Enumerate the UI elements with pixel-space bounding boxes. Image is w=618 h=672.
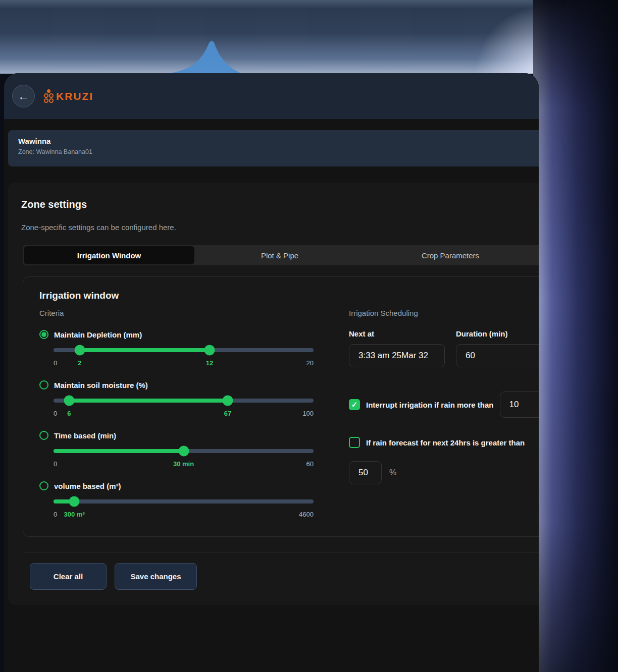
slider-thumb[interactable] [64, 396, 74, 406]
tab-plot-and-pipe[interactable]: Plot & Pipe [194, 246, 365, 264]
slider-thumb[interactable] [178, 446, 189, 457]
slider-thumb[interactable] [69, 496, 80, 507]
brand-logo: KRUZI [44, 89, 93, 103]
criteria-column: Irrigation window Criteria Maintain Depl… [39, 290, 315, 519]
settings-tabs: Irrigation Window Plot & Pipe Crop Param… [23, 245, 539, 265]
scale-value: 300 m³ [64, 511, 85, 518]
section-title: Irrigation window [39, 290, 315, 301]
criterion-header: Maintain soil moisture (%) [39, 380, 315, 389]
range-slider[interactable] [54, 345, 314, 355]
tab-irrigation-window[interactable]: Irrigation Window [24, 246, 194, 264]
scheduling-label: Irrigation Scheduling [349, 309, 539, 317]
radio-icon[interactable] [39, 481, 48, 490]
duration-input[interactable]: 60 [456, 344, 539, 367]
next-at-value: 3:33 am 25Mar 32 [358, 351, 428, 361]
criterion-row: Maintain soil moisture (%) 0 [39, 380, 315, 418]
slider-area: 0 30 min 60 [54, 446, 314, 469]
zone-subtitle: Zone: Wawinna Banana01 [18, 148, 539, 155]
interrupt-threshold-input[interactable]: 10 [500, 391, 539, 418]
radio-icon[interactable] [39, 330, 48, 339]
criteria-label: Criteria [39, 309, 315, 317]
slider-track[interactable] [54, 499, 314, 503]
scale-max: 4600 [299, 511, 314, 518]
scale-value: 30 min [173, 460, 194, 468]
radio-icon[interactable] [39, 431, 48, 440]
save-changes-label: Save changes [130, 572, 181, 581]
scale-max: 100 [302, 410, 314, 417]
forecast-row: If rain forecast for next 24hrs is great… [349, 437, 539, 448]
page: ← KRUZI Wawinna Zone: Wawinna Banana01 Z… [0, 0, 618, 672]
zone-settings-card: Zone settings Zone-specific settings can… [8, 183, 539, 605]
scale-min: 0 [54, 460, 57, 468]
tab-crop-parameters[interactable]: Crop Parameters [365, 246, 536, 264]
slider-thumb[interactable] [74, 345, 85, 356]
zone-title: Wawinna [18, 137, 539, 145]
tab-label: Crop Parameters [422, 251, 479, 260]
slider-fill [69, 399, 228, 403]
interrupt-checkbox[interactable] [349, 399, 360, 410]
background-glow-top [0, 0, 618, 74]
footer-divider [23, 552, 539, 552]
criterion-label: volume based (m³) [54, 482, 121, 490]
clear-all-button[interactable]: Clear all [30, 563, 107, 590]
criterion-header: Maintain Depletion (mm) [39, 330, 315, 339]
scale-min: 0 [54, 410, 57, 417]
criterion-header: Time based (min) [39, 431, 315, 440]
criterion-row: Time based (min) 0 30 min [39, 431, 315, 469]
duration-group: Duration (min) 60 [456, 329, 539, 367]
next-at-label: Next at [349, 329, 445, 338]
forecast-checkbox[interactable] [349, 437, 360, 448]
brand-name: KRUZI [56, 90, 93, 102]
interrupt-label: Interrupt irrigation if rain more than [366, 401, 494, 409]
scale-min: 0 [54, 511, 57, 518]
slider-area: 0 2 12 20 [54, 345, 314, 368]
next-at-group: Next at 3:33 am 25Mar 32 [349, 329, 445, 367]
criterion-header: volume based (m³) [39, 481, 315, 490]
duration-label: Duration (min) [456, 329, 539, 338]
interrupt-threshold-value: 10 [509, 400, 519, 410]
scale-value: 12 [206, 359, 213, 367]
tab-label: Plot & Pipe [261, 251, 298, 260]
slider-scale: 0 30 min 60 [54, 460, 314, 469]
slider-thumb[interactable] [204, 345, 215, 356]
irrigation-window-panel: Irrigation window Criteria Maintain Depl… [23, 276, 539, 537]
kruzi-logo-icon [44, 89, 54, 103]
interrupt-row: Interrupt irrigation if rain more than 1… [349, 391, 539, 418]
scale-min: 0 [54, 359, 57, 367]
forecast-label: If rain forecast for next 24hrs is great… [366, 438, 525, 447]
forecast-threshold-value: 50 [358, 468, 368, 478]
slider-fill [80, 348, 210, 352]
slider-scale: 0 6 67 100 [54, 410, 314, 418]
range-slider[interactable] [54, 396, 314, 406]
page-title: Zone settings [21, 199, 539, 210]
slider-area: 0 300 m³ 4600 [54, 496, 314, 519]
slider-thumb[interactable] [223, 396, 233, 406]
slider-fill [54, 449, 184, 453]
background-peak-shape [167, 38, 247, 74]
percent-sign: % [389, 468, 396, 477]
back-arrow-icon: ← [18, 90, 29, 103]
scale-value: 67 [224, 410, 231, 417]
criterion-label: Maintain Depletion (mm) [54, 330, 142, 339]
range-slider[interactable] [54, 496, 314, 507]
save-changes-button[interactable]: Save changes [115, 563, 197, 590]
range-slider[interactable] [54, 446, 314, 456]
scale-max: 60 [306, 460, 314, 468]
page-description: Zone-specific settings can be configured… [21, 223, 539, 232]
tab-label: Irrigation Window [77, 251, 141, 260]
next-at-input[interactable]: 3:33 am 25Mar 32 [349, 344, 445, 367]
background-glow-right [533, 0, 618, 672]
criterion-row: volume based (m³) 0 300 m³ [39, 481, 315, 519]
back-button[interactable]: ← [12, 85, 35, 107]
slider-scale: 0 300 m³ 4600 [54, 511, 314, 519]
forecast-threshold-input[interactable]: 50 [349, 461, 382, 484]
criterion-label: Time based (min) [54, 431, 116, 440]
zone-banner: Wawinna Zone: Wawinna Banana01 [8, 130, 539, 166]
app-header: ← KRUZI [4, 73, 539, 119]
scale-value: 6 [67, 410, 71, 417]
forecast-threshold-row: 50 % [349, 461, 539, 484]
scale-value: 2 [78, 359, 81, 367]
criterion-row: Maintain Depletion (mm) 0 2 [39, 330, 315, 368]
radio-icon[interactable] [39, 380, 48, 389]
scheduling-fields: Next at 3:33 am 25Mar 32 Duration (min) … [349, 329, 539, 367]
